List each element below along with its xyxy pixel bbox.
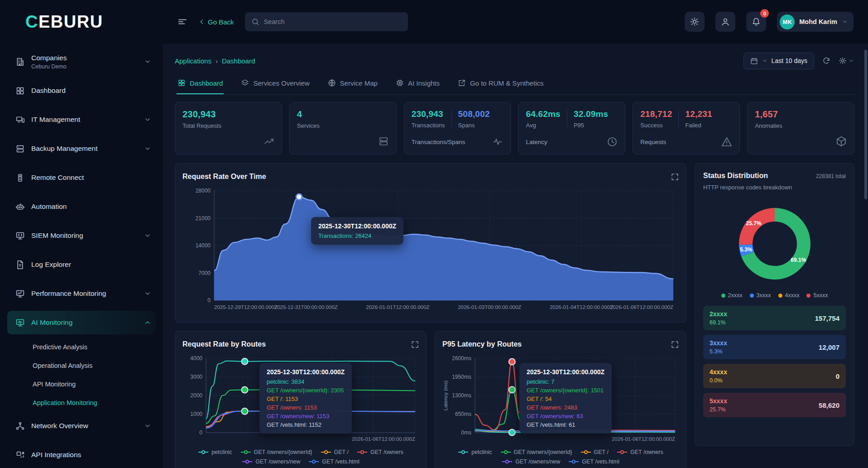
legend-item-get[interactable]: GET / xyxy=(321,449,349,455)
stat-sublabel: Success xyxy=(640,122,672,129)
legend-item-get[interactable]: GET / xyxy=(580,449,609,455)
sidebar-subitem-application-monitoring[interactable]: Application Monitoring xyxy=(7,396,156,410)
sidebar-item-dashboard[interactable]: Dashboard xyxy=(7,79,156,102)
grid-icon xyxy=(15,86,25,96)
siem-icon xyxy=(15,231,25,241)
search-box[interactable] xyxy=(245,12,408,31)
remote-icon xyxy=(15,173,25,183)
status-percent: 5.3% xyxy=(710,348,727,355)
search-input[interactable] xyxy=(264,18,402,25)
donut-legend-item-4xxxx[interactable]: 4xxxx xyxy=(778,292,800,299)
legend-item-get-vets-html[interactable]: GET /vets.html xyxy=(308,458,359,465)
automation-icon xyxy=(15,202,25,212)
status-title: Status Distribution xyxy=(703,172,768,180)
breadcrumb-applications[interactable]: Applications xyxy=(175,57,211,65)
sidebar-item-automation[interactable]: Automation xyxy=(7,195,156,218)
legend-label: GET /owners/{ownerId} xyxy=(514,449,572,455)
clock-icon xyxy=(607,136,618,147)
tooltip-line: GET /: 1153 xyxy=(267,396,345,402)
legend-item-get-owners-new[interactable]: GET /owners/new xyxy=(242,458,300,465)
donut-legend-item-3xxxx[interactable]: 3xxxx xyxy=(750,292,771,299)
sidebar-item-companies[interactable]: CompaniesCeburu Demo xyxy=(7,50,156,73)
scrollbar-thumb[interactable] xyxy=(864,50,867,199)
sidebar-item-label: Log Explorer xyxy=(31,261,71,269)
devices-icon xyxy=(15,115,25,125)
donut-chart[interactable]: 69.1%5.3%25.7% xyxy=(728,197,821,290)
legend-label: petclinic xyxy=(471,449,492,455)
routes-legend: petclinicGET /owners/{ownerId}GET /GET /… xyxy=(182,449,419,465)
sidebar-item-api-integrations[interactable]: API Integrations xyxy=(7,443,156,467)
tooltip-line: petclinic: 3834 xyxy=(267,378,345,385)
account-button[interactable] xyxy=(715,12,735,32)
tooltip-line: GET /owners/{ownerId}: 1501 xyxy=(527,387,604,394)
tab-ai-insights[interactable]: AI Insights xyxy=(395,76,441,94)
sidebar-item-network-overview[interactable]: Network Overview xyxy=(7,414,156,438)
request-rate-chart[interactable]: 070001400021000280002025-12-29T12:00:00.… xyxy=(182,185,679,317)
logo-letter: C xyxy=(25,12,38,32)
sidebar-subitem-operational-analysis[interactable]: Operational Analysis xyxy=(7,358,156,373)
tab-services-overview[interactable]: Services Overview xyxy=(240,76,310,94)
legend-item-get-vets-html[interactable]: GET /vets.html xyxy=(568,458,619,465)
sidebar-item-ai-monitoring[interactable]: AI Monitoring xyxy=(7,311,156,334)
sidebar-item-sublabel: Ceburu Demo xyxy=(31,63,67,70)
legend-label: GET / xyxy=(594,449,609,455)
sidebar-item-label: CompaniesCeburu Demo xyxy=(31,54,67,70)
sidebar-item-it-management[interactable]: IT Management xyxy=(7,108,156,131)
sidebar-item-performance-monitoring[interactable]: Performance Monitoring xyxy=(7,282,156,305)
legend-glyph xyxy=(321,450,331,454)
legend-item-petclinic[interactable]: petclinic xyxy=(458,449,492,455)
sidebar-item-siem-monitoring[interactable]: SIEM Monitoring xyxy=(7,224,156,247)
tab-service-map[interactable]: Service Map xyxy=(327,76,379,94)
sidebar-item-backup-management[interactable]: Backup Management xyxy=(7,137,156,160)
svg-text:2026-01-04T12:00:00.000Z: 2026-01-04T12:00:00.000Z xyxy=(550,304,613,310)
svg-text:2026-01-01T12:00:00.000Z: 2026-01-01T12:00:00.000Z xyxy=(366,304,430,310)
globe-icon xyxy=(328,79,336,87)
sidebar-subitem-api-monitoring[interactable]: API Monitoring xyxy=(7,377,156,391)
svg-text:0: 0 xyxy=(199,429,202,436)
stat-card-requests: 218,712Success12,231FailedRequests xyxy=(633,102,740,154)
notifications-button[interactable]: 0 xyxy=(746,12,766,32)
sidebar-item-label: AI Monitoring xyxy=(31,318,72,327)
legend-item-get-owners-ownerid[interactable]: GET /owners/{ownerId} xyxy=(500,449,572,455)
go-back-link[interactable]: Go Back xyxy=(198,18,234,26)
donut-legend-item-5xxxx[interactable]: 5xxxx xyxy=(806,292,828,299)
tab-dashboard[interactable]: Dashboard xyxy=(177,76,224,94)
legend-item-get-owners[interactable]: GET /owners xyxy=(617,449,663,455)
main-content: Applications › Dashboard Last 10 days Da… xyxy=(163,43,868,468)
legend-item-get-owners[interactable]: GET /owners xyxy=(357,449,403,455)
expand-icon[interactable] xyxy=(671,173,679,181)
status-code: 5xxxx xyxy=(710,397,727,405)
expand-icon[interactable] xyxy=(671,341,679,348)
donut-legend-item-2xxxx[interactable]: 2xxxx xyxy=(721,292,743,299)
breadcrumb-dashboard[interactable]: Dashboard xyxy=(222,57,255,65)
tab-go-to-rum-synthetics[interactable]: Go to RUM & Synthetics xyxy=(457,76,545,94)
settings-button[interactable] xyxy=(839,57,854,65)
svg-text:1000: 1000 xyxy=(190,411,202,417)
tab-label: Dashboard xyxy=(190,79,223,87)
status-count: 0 xyxy=(836,372,839,380)
user-icon xyxy=(721,17,730,26)
breadcrumb: Applications › Dashboard xyxy=(175,57,255,65)
svg-text:0: 0 xyxy=(207,297,211,304)
brand-logo[interactable]: CEBURU xyxy=(0,0,163,43)
expand-icon[interactable] xyxy=(411,341,419,348)
sidebar-subitem-predictive-analysis[interactable]: Predictive Analysis xyxy=(7,340,156,354)
legend-item-get-owners-ownerid[interactable]: GET /owners/{ownerId} xyxy=(240,449,312,455)
legend-item-get-owners-new[interactable]: GET /owners/new xyxy=(502,458,560,465)
sidebar-item-log-explorer[interactable]: Log Explorer xyxy=(7,253,156,276)
sidebar-item-remote-connect[interactable]: Remote Connect xyxy=(7,166,156,189)
legend-label: 3xxxx xyxy=(757,292,771,299)
external-icon xyxy=(458,79,466,87)
refresh-button[interactable] xyxy=(822,57,830,65)
legend-glyph xyxy=(502,459,513,464)
menu-icon[interactable] xyxy=(177,17,187,27)
legend-glyph xyxy=(458,450,469,454)
legend-label: GET / xyxy=(334,449,349,455)
svg-text:2025-12-29T12:00:00.000Z: 2025-12-29T12:00:00.000Z xyxy=(214,304,278,310)
date-range-button[interactable]: Last 10 days xyxy=(743,53,814,69)
legend-item-petclinic[interactable]: petclinic xyxy=(198,449,232,455)
theme-toggle-button[interactable] xyxy=(685,12,705,32)
svg-text:2000: 2000 xyxy=(190,392,202,399)
svg-text:2026-01-06T12:00:00.000Z: 2026-01-06T12:00:00.000Z xyxy=(352,436,415,442)
user-menu[interactable]: MK Mohd Karim xyxy=(777,12,854,32)
